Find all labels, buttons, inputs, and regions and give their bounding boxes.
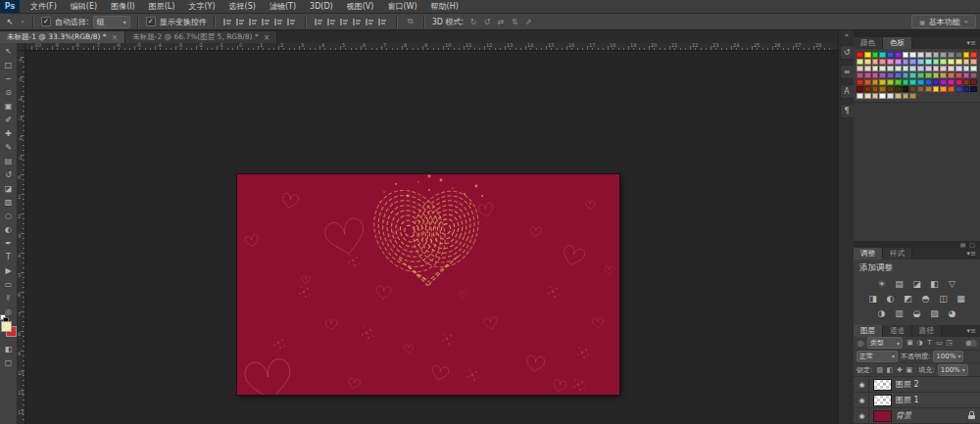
lasso-tool[interactable]: ∽ xyxy=(0,71,18,85)
opacity-dropdown[interactable]: 100% ▾ xyxy=(933,351,963,362)
color-swatch[interactable] xyxy=(956,86,962,92)
align-icon-4[interactable] xyxy=(261,17,272,27)
color-swatch[interactable] xyxy=(933,52,940,58)
color-swatch[interactable] xyxy=(879,66,886,71)
auto-select-dropdown[interactable]: 组 ▾ xyxy=(93,16,130,28)
color-swatch[interactable] xyxy=(872,93,879,99)
move-tool[interactable]: ↖ xyxy=(0,44,18,58)
menu-item-6[interactable]: 选择(S) xyxy=(222,0,263,13)
menu-item-11[interactable]: 帮助(H) xyxy=(424,0,466,13)
workspace-switcher-button[interactable]: ▦ 基本功能 ≡ xyxy=(911,15,976,28)
lock-transparent-icon[interactable]: ▨ xyxy=(875,366,884,374)
blur-tool[interactable]: ○ xyxy=(0,209,18,222)
color-swatch[interactable] xyxy=(956,72,962,78)
color-swatch[interactable] xyxy=(925,79,932,85)
distribute-icon-5[interactable] xyxy=(365,17,376,27)
vibrance-icon[interactable]: ▽ xyxy=(945,277,959,290)
color-swatch[interactable] xyxy=(864,59,871,65)
filter-pixel-icon[interactable]: ▣ xyxy=(906,339,914,347)
threshold-icon[interactable]: ◒ xyxy=(909,306,924,319)
color-swatch[interactable] xyxy=(895,79,902,85)
layer-thumbnail[interactable] xyxy=(873,395,892,406)
color-swatch[interactable] xyxy=(872,59,879,65)
color-swatch[interactable] xyxy=(895,59,902,65)
distribute-icon-4[interactable] xyxy=(352,17,364,27)
slide-3d-camera-icon[interactable]: ⇅ xyxy=(509,17,520,27)
rectangular-marquee-tool[interactable]: □ xyxy=(0,58,18,71)
expand-panels-icon[interactable]: » xyxy=(845,30,849,40)
color-swatch[interactable] xyxy=(857,72,863,78)
gradient-map-icon[interactable]: ▨ xyxy=(927,306,942,319)
document-tab[interactable]: 未标题-2 @ 66.7%(图层 5, RGB/8) *× xyxy=(125,31,277,43)
color-swatch[interactable] xyxy=(909,66,916,71)
color-swatch[interactable] xyxy=(956,52,962,58)
properties-panel-icon[interactable]: ≡ xyxy=(840,65,855,79)
color-swatch[interactable] xyxy=(940,66,947,71)
color-swatch[interactable] xyxy=(917,59,924,65)
color-swatch[interactable] xyxy=(948,52,955,58)
color-swatch[interactable] xyxy=(940,79,947,85)
color-swatch[interactable] xyxy=(872,79,879,85)
align-icon-5[interactable] xyxy=(273,17,285,27)
color-swatch[interactable] xyxy=(940,52,947,58)
menu-item-9[interactable]: 视图(V) xyxy=(340,0,381,13)
color-swatch[interactable] xyxy=(909,86,916,92)
panel-collapse-icon[interactable]: ▤ xyxy=(960,241,966,248)
color-swatch[interactable] xyxy=(917,72,924,78)
close-tab-icon[interactable]: × xyxy=(264,33,270,42)
dodge-tool[interactable]: ◐ xyxy=(0,222,18,236)
auto-align-layers-icon[interactable]: ⧉ xyxy=(405,17,416,27)
tab-paths[interactable]: 路径 xyxy=(912,325,942,337)
color-swatch[interactable] xyxy=(970,66,977,71)
layer-thumbnail[interactable] xyxy=(873,379,892,391)
posterize-icon[interactable]: ▥ xyxy=(892,306,906,319)
black-white-icon[interactable]: ◩ xyxy=(901,292,915,305)
quick-selection-tool[interactable]: ⊙ xyxy=(0,85,18,99)
layer-row[interactable]: ◉图层 1 xyxy=(854,393,980,408)
show-transform-checkbox[interactable]: ✓ xyxy=(146,17,156,26)
color-swatch[interactable] xyxy=(857,52,863,58)
tab-layers[interactable]: 图层 xyxy=(854,325,883,337)
color-swatch[interactable] xyxy=(903,66,909,71)
color-swatch[interactable] xyxy=(903,52,909,58)
color-swatch[interactable] xyxy=(925,66,932,71)
color-swatch[interactable] xyxy=(887,66,894,71)
color-swatch[interactable] xyxy=(879,59,886,65)
menu-item-1[interactable]: 文件(F) xyxy=(24,0,64,13)
color-swatch[interactable] xyxy=(887,59,894,65)
color-swatch[interactable] xyxy=(940,72,947,78)
hue-saturation-icon[interactable]: ◨ xyxy=(865,292,880,305)
brush-tool[interactable]: ✎ xyxy=(0,140,18,154)
foreground-color-swatch[interactable] xyxy=(1,321,12,332)
orbit-3d-camera-icon[interactable]: ↻ xyxy=(467,17,479,27)
color-swatch[interactable] xyxy=(963,72,970,78)
gradient-tool[interactable]: ▧ xyxy=(0,195,18,209)
panel-menu-icon[interactable]: ▾≡ xyxy=(963,248,980,259)
color-swatch[interactable] xyxy=(909,72,916,78)
lock-all-icon[interactable]: ▣ xyxy=(905,366,913,374)
color-swatch[interactable] xyxy=(963,86,970,92)
color-swatch-control[interactable] xyxy=(1,321,16,336)
color-swatch[interactable] xyxy=(857,93,863,99)
color-swatch[interactable] xyxy=(925,52,932,58)
color-swatch[interactable] xyxy=(887,79,894,85)
distribute-icon-1[interactable] xyxy=(314,17,325,27)
eyedropper-tool[interactable]: ✐ xyxy=(0,113,18,126)
distribute-icon-6[interactable] xyxy=(377,17,389,27)
color-swatch[interactable] xyxy=(887,86,894,92)
color-swatch[interactable] xyxy=(948,86,955,92)
color-swatch[interactable] xyxy=(857,79,863,85)
color-swatch[interactable] xyxy=(903,86,909,92)
color-swatch[interactable] xyxy=(872,66,879,71)
align-icon-3[interactable] xyxy=(248,17,260,27)
screen-mode-icon[interactable]: ▢ xyxy=(0,355,18,369)
exposure-icon[interactable]: ◧ xyxy=(927,277,942,290)
color-swatch[interactable] xyxy=(917,66,924,71)
color-swatch[interactable] xyxy=(864,72,871,78)
color-swatch[interactable] xyxy=(970,79,977,85)
eraser-tool[interactable]: ◪ xyxy=(0,181,18,195)
color-swatch[interactable] xyxy=(948,59,955,65)
align-icon-6[interactable] xyxy=(286,17,298,27)
color-swatch[interactable] xyxy=(970,59,977,65)
move-tool-icon[interactable]: ↖ xyxy=(4,17,16,27)
